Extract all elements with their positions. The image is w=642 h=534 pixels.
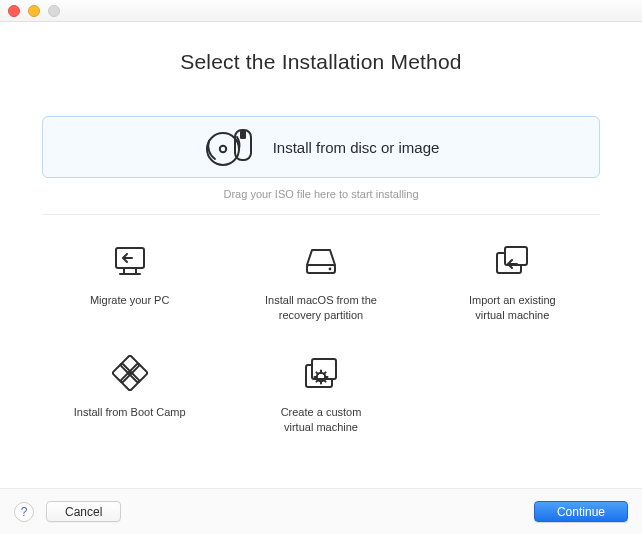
window-zoom-button[interactable]	[48, 5, 60, 17]
page-content: Select the Installation Method Install f…	[0, 22, 642, 488]
option-label: Import an existing virtual machine	[469, 293, 556, 323]
svg-point-1	[219, 146, 225, 152]
disc-image-icon	[203, 127, 257, 167]
option-install-from-boot-camp[interactable]: Install from Boot Camp	[42, 353, 217, 435]
option-label: Create a custom virtual machine	[281, 405, 362, 435]
option-label: Install macOS from the recovery partitio…	[265, 293, 377, 323]
cancel-button[interactable]: Cancel	[46, 501, 121, 522]
page-title: Select the Installation Method	[42, 50, 600, 74]
option-install-macos-recovery[interactable]: Install macOS from the recovery partitio…	[233, 241, 408, 323]
custom-vm-icon	[300, 353, 342, 393]
window-close-button[interactable]	[8, 5, 20, 17]
option-label: Install from Boot Camp	[74, 405, 186, 420]
svg-point-6	[329, 268, 332, 271]
boot-camp-icon	[112, 353, 148, 393]
svg-rect-3	[240, 130, 246, 139]
option-label: Migrate your PC	[90, 293, 169, 308]
help-button[interactable]: ?	[14, 502, 34, 522]
button-label: Continue	[557, 505, 605, 519]
migrate-pc-icon	[110, 241, 150, 281]
import-vm-icon	[491, 241, 533, 281]
option-migrate-your-pc[interactable]: Migrate your PC	[42, 241, 217, 323]
hero-hint: Drag your ISO file here to start install…	[42, 188, 600, 200]
window-titlebar	[0, 0, 642, 22]
footer-bar: ? Cancel Continue	[0, 488, 642, 534]
drive-icon	[301, 241, 341, 281]
button-label: Cancel	[65, 505, 102, 519]
secondary-options-grid: Migrate your PC Install macOS from the r…	[42, 241, 600, 434]
option-install-from-disc-or-image[interactable]: Install from disc or image	[42, 116, 600, 178]
option-label: Install from disc or image	[273, 139, 440, 156]
option-create-custom-vm[interactable]: Create a custom virtual machine	[233, 353, 408, 435]
option-import-existing-vm[interactable]: Import an existing virtual machine	[425, 241, 600, 323]
window-minimize-button[interactable]	[28, 5, 40, 17]
help-icon: ?	[21, 505, 28, 519]
divider	[42, 214, 600, 215]
continue-button[interactable]: Continue	[534, 501, 628, 522]
